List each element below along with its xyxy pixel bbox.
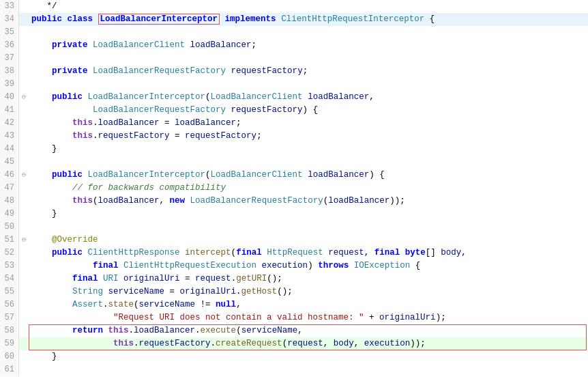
code-line: 34public class LoadBalancerInterceptor i… xyxy=(0,13,588,26)
line-number: 53 xyxy=(0,260,19,273)
line-number: 49 xyxy=(0,208,19,221)
code-line: 35 xyxy=(0,26,588,39)
line-code: "Request URI does not contain a valid ho… xyxy=(29,311,588,324)
code-line: 44 } xyxy=(0,143,588,156)
line-code: } xyxy=(29,350,588,363)
line-code: LoadBalancerRequestFactory requestFactor… xyxy=(29,104,588,117)
code-line: 48 this(loadBalancer, new LoadBalancerRe… xyxy=(0,195,588,208)
line-number: 45 xyxy=(0,156,19,169)
code-line: 50 xyxy=(0,221,588,234)
code-line: 42 this.loadBalancer = loadBalancer; xyxy=(0,117,588,130)
code-line: 46⊖ public LoadBalancerInterceptor(LoadB… xyxy=(0,169,588,182)
line-code: final ClientHttpRequestExecution executi… xyxy=(29,260,588,273)
line-number: 44 xyxy=(0,143,19,156)
line-number: 56 xyxy=(0,298,19,311)
line-number: 52 xyxy=(0,247,19,260)
code-line: 57 "Request URI does not contain a valid… xyxy=(0,311,588,324)
line-code: public ClientHttpResponse intercept(fina… xyxy=(29,247,588,260)
line-code: this.loadBalancer = loadBalancer; xyxy=(29,117,588,130)
line-code: return this.loadBalancer.execute(service… xyxy=(29,324,588,337)
code-line: 33 */ xyxy=(0,0,588,13)
line-number: 43 xyxy=(0,130,19,143)
fold-icon[interactable]: ⊖ xyxy=(19,234,29,247)
line-code: // for backwards compatibility xyxy=(29,182,588,195)
line-number: 57 xyxy=(0,311,19,324)
line-code: */ xyxy=(29,0,588,13)
line-code: public LoadBalancerInterceptor(LoadBalan… xyxy=(29,91,588,104)
code-line: 60 } xyxy=(0,350,588,363)
code-line: 52 public ClientHttpResponse intercept(f… xyxy=(0,247,588,260)
line-code: this.requestFactory.createRequest(reques… xyxy=(29,337,588,350)
line-code: public LoadBalancerInterceptor(LoadBalan… xyxy=(29,169,588,182)
line-number: 59 xyxy=(0,337,19,350)
code-line: 61 xyxy=(0,363,588,376)
line-number: 37 xyxy=(0,52,19,65)
code-line: 39 xyxy=(0,78,588,91)
line-number: 55 xyxy=(0,285,19,298)
code-line: 54 final URI originalUri = request.getUR… xyxy=(0,273,588,285)
code-line: 47 // for backwards compatibility xyxy=(0,182,588,195)
line-number: 60 xyxy=(0,350,19,363)
line-number: 50 xyxy=(0,221,19,234)
line-number: 34 xyxy=(0,13,19,26)
fold-icon[interactable]: ⊖ xyxy=(19,91,29,104)
code-lines: 33 */34public class LoadBalancerIntercep… xyxy=(0,0,588,376)
line-number: 38 xyxy=(0,65,19,78)
code-line: 36 private LoadBalancerClient loadBalanc… xyxy=(0,39,588,52)
line-number: 51 xyxy=(0,234,19,247)
line-number: 36 xyxy=(0,39,19,52)
line-number: 40 xyxy=(0,91,19,104)
code-line: 38 private LoadBalancerRequestFactory re… xyxy=(0,65,588,78)
line-code: @Override xyxy=(29,234,588,247)
fold-icon[interactable]: ⊖ xyxy=(19,169,29,182)
code-line: 58 return this.loadBalancer.execute(serv… xyxy=(0,324,588,337)
line-number: 54 xyxy=(0,273,19,285)
line-code: } xyxy=(29,143,588,156)
code-line: 45 xyxy=(0,156,588,169)
line-number: 41 xyxy=(0,104,19,117)
line-code: final URI originalUri = request.getURI()… xyxy=(29,273,588,285)
line-number: 46 xyxy=(0,169,19,182)
line-number: 33 xyxy=(0,0,19,13)
code-line: 41 LoadBalancerRequestFactory requestFac… xyxy=(0,104,588,117)
line-code: this(loadBalancer, new LoadBalancerReque… xyxy=(29,195,588,208)
line-code: String serviceName = originalUri.getHost… xyxy=(29,285,588,298)
code-line: 49 } xyxy=(0,208,588,221)
code-line: 59 this.requestFactory.createRequest(req… xyxy=(0,337,588,350)
line-code: } xyxy=(29,208,588,221)
code-line: 55 String serviceName = originalUri.getH… xyxy=(0,285,588,298)
line-number: 39 xyxy=(0,78,19,91)
line-number: 58 xyxy=(0,324,19,337)
line-number: 42 xyxy=(0,117,19,130)
code-line: 51⊖ @Override xyxy=(0,234,588,247)
code-line: 37 xyxy=(0,52,588,65)
code-line: 43 this.requestFactory = requestFactory; xyxy=(0,130,588,143)
code-line: 56 Assert.state(serviceName != null, xyxy=(0,298,588,311)
line-number: 47 xyxy=(0,182,19,195)
code-line: 53 final ClientHttpRequestExecution exec… xyxy=(0,260,588,273)
code-line: 40⊖ public LoadBalancerInterceptor(LoadB… xyxy=(0,91,588,104)
code-editor: 33 */34public class LoadBalancerIntercep… xyxy=(0,0,588,377)
line-number: 48 xyxy=(0,195,19,208)
line-code: Assert.state(serviceName != null, xyxy=(29,298,588,311)
line-code: private LoadBalancerClient loadBalancer; xyxy=(29,39,588,52)
line-code: this.requestFactory = requestFactory; xyxy=(29,130,588,143)
line-code: private LoadBalancerRequestFactory reque… xyxy=(29,65,588,78)
line-number: 35 xyxy=(0,26,19,39)
line-code: public class LoadBalancerInterceptor imp… xyxy=(29,13,588,26)
line-number: 61 xyxy=(0,363,19,376)
